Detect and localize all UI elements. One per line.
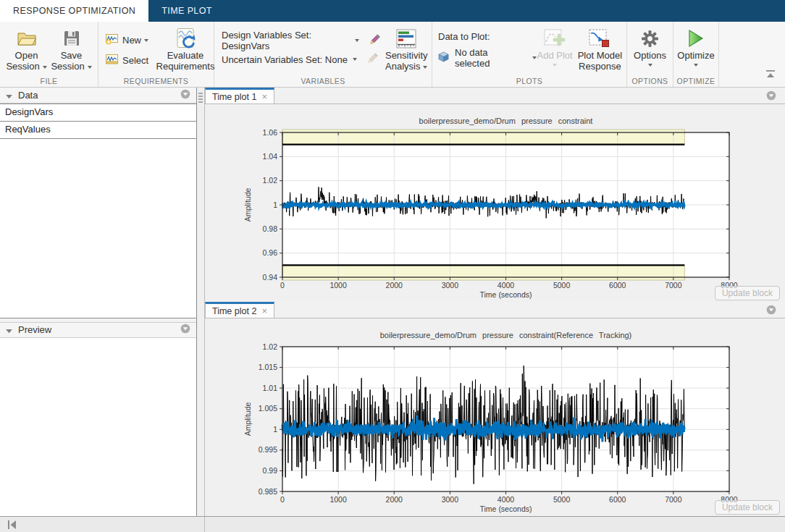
svg-text:5000: 5000 (553, 281, 571, 290)
select-requirement-label: Select (122, 55, 148, 66)
collapse-triangle-icon (6, 324, 12, 337)
save-session-label: Save Session (51, 50, 84, 72)
plot-tab-time-plot-2[interactable]: Time plot 2 × (205, 302, 274, 318)
panel-menu-icon[interactable] (180, 324, 190, 337)
evaluate-requirements-button[interactable]: Evaluate Requirements (157, 22, 214, 72)
plot-tab-time-plot-1[interactable]: Time plot 1 × (205, 88, 274, 104)
uncertain-variables-label: Uncertain Variables Set: None (222, 54, 348, 65)
svg-text:0.96: 0.96 (263, 248, 278, 257)
splitter-grip-icon (198, 93, 203, 104)
data-to-plot-dropdown[interactable]: No data selected (438, 50, 537, 66)
chevron-down-icon (43, 66, 47, 69)
chevron-down-icon (144, 39, 148, 42)
tabstrip-menu-icon[interactable] (766, 305, 776, 318)
design-variables-dropdown[interactable]: Design Variables Set: DesignVars (222, 32, 381, 49)
tab-time-plot[interactable]: TIME PLOT (148, 0, 225, 22)
svg-text:4000: 4000 (498, 495, 515, 504)
data-panel-header[interactable]: Data (0, 88, 196, 104)
requirements-section: New Select (98, 22, 214, 87)
svg-text:3000: 3000 (442, 281, 459, 290)
preview-panel-header[interactable]: Preview (0, 322, 196, 338)
svg-text:5000: 5000 (553, 495, 571, 504)
sensitivity-analysis-icon (396, 27, 416, 50)
svg-text:0.98: 0.98 (263, 224, 278, 233)
status-bar (0, 516, 785, 532)
plot-model-response-icon (589, 27, 610, 50)
optimize-label: Optimize (677, 50, 714, 61)
chevron-down-icon (355, 39, 359, 42)
panel-menu-icon[interactable] (180, 89, 190, 102)
plot-title: boilerpressure_demo/Drum pressure constr… (380, 331, 632, 339)
sensitivity-analysis-button[interactable]: Sensitivity Analysis (381, 22, 432, 72)
time-plot-1-chart: 0100020003000400050006000700080001.061.0… (205, 104, 785, 302)
requirements-section-label: REQUIREMENTS (98, 77, 214, 85)
close-icon[interactable]: × (261, 92, 267, 101)
svg-text:1: 1 (273, 200, 277, 209)
lower-constraint-band (282, 265, 684, 280)
statusbar-divider (204, 517, 205, 532)
svg-text:0: 0 (280, 281, 285, 290)
evaluate-requirements-icon (175, 27, 196, 50)
svg-text:1: 1 (273, 425, 277, 434)
svg-text:6000: 6000 (609, 281, 626, 290)
data-item-designvars[interactable]: DesignVars (0, 104, 196, 122)
svg-text:3000: 3000 (442, 495, 459, 504)
y-axis-label: Amplitude (243, 188, 252, 222)
svg-text:1.02: 1.02 (263, 342, 278, 351)
options-button[interactable]: Options (627, 22, 673, 67)
chevron-down-icon (694, 64, 698, 67)
preview-panel-title: Preview (18, 324, 180, 335)
select-requirement-icon (105, 54, 119, 67)
plot-model-response-label: Plot Model Response (574, 50, 626, 72)
open-session-label: Open Session (6, 50, 39, 72)
svg-text:7000: 7000 (665, 281, 682, 290)
uncertain-variables-dropdown[interactable]: Uncertain Variables Set: None (222, 51, 381, 68)
optimize-section-label: OPTIMIZE (673, 77, 718, 85)
ribbon-filler (719, 22, 785, 87)
evaluate-requirements-label: Evaluate Requirements (154, 50, 217, 72)
svg-text:2000: 2000 (386, 495, 403, 504)
new-requirement-icon (105, 33, 119, 47)
variables-section: Design Variables Set: DesignVars (214, 22, 432, 87)
update-block-button-2[interactable]: Update block (715, 500, 780, 515)
save-icon (63, 27, 80, 50)
tabstrip-menu-icon[interactable] (766, 90, 776, 104)
edit-uncertain-variables-button[interactable] (366, 52, 379, 67)
svg-text:1.01: 1.01 (263, 384, 278, 392)
chevron-down-icon (353, 58, 357, 61)
x-axis-label: Time (seconds) (480, 290, 532, 299)
file-section-label: FILE (0, 77, 98, 85)
chevron-down-icon (553, 64, 557, 67)
variables-section-label: VARIABLES (214, 77, 432, 85)
new-requirement-button[interactable]: New (105, 33, 157, 47)
save-session-button[interactable]: Save Session (50, 22, 93, 72)
svg-text:4000: 4000 (498, 281, 515, 290)
open-session-button[interactable]: Open Session (5, 22, 49, 72)
cube-icon (438, 51, 449, 64)
data-to-plot-label: Data to Plot: (438, 31, 537, 46)
svg-text:0.94: 0.94 (263, 273, 278, 282)
preview-panel-body (0, 338, 196, 517)
update-block-button-1[interactable]: Update block (715, 286, 780, 300)
gear-icon (641, 27, 659, 50)
add-plot-button[interactable]: Add Plot (537, 22, 574, 72)
svg-text:1.005: 1.005 (259, 404, 277, 413)
plot-model-response-button[interactable]: Plot Model Response (574, 22, 626, 72)
play-icon (687, 27, 705, 50)
optimize-button[interactable]: Optimize (673, 22, 718, 67)
edit-design-variables-button[interactable] (368, 33, 381, 48)
select-requirement-button[interactable]: Select (105, 54, 157, 67)
collapse-sidebar-button[interactable] (7, 520, 18, 532)
time-plot-1-canvas: 0100020003000400050006000700080001.061.0… (205, 104, 785, 302)
plots-section: Data to Plot: No data selected (432, 22, 627, 87)
plot-area: Time plot 1 × 01000200030004000500060007… (205, 88, 785, 516)
sidebar-splitter[interactable] (197, 88, 205, 532)
close-icon[interactable]: × (261, 306, 267, 316)
sensitivity-analysis-label: Sensitivity Analysis (385, 50, 428, 72)
data-item-reqvalues[interactable]: ReqValues (0, 122, 196, 139)
svg-text:6000: 6000 (609, 495, 626, 504)
optimize-section: Optimize OPTIMIZE (673, 22, 719, 87)
collapse-ribbon-button[interactable] (765, 68, 776, 81)
data-panel-body (0, 139, 196, 318)
tab-response-optimization[interactable]: RESPONSE OPTIMIZATION (0, 0, 148, 22)
